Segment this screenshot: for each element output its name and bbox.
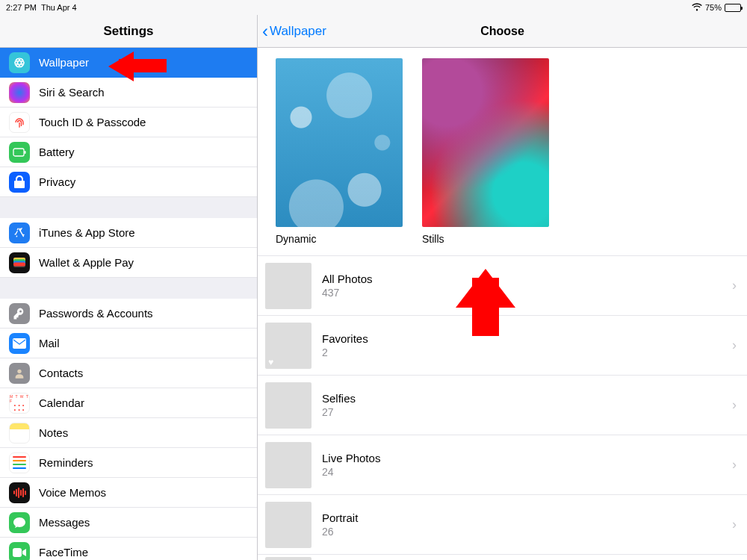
album-thumbnail — [265, 502, 311, 548]
svg-rect-4 — [13, 149, 24, 156]
album-title: Portrait — [322, 511, 732, 524]
sidebar-item-notes[interactable]: Notes — [0, 418, 257, 448]
voicememos-icon — [9, 482, 30, 503]
album-thumbnail — [265, 442, 311, 488]
album-row-selfies[interactable]: Selfies 27 › — [258, 376, 747, 435]
sidebar-item-wallpaper[interactable]: Wallpaper — [0, 48, 257, 78]
album-row-live-photos[interactable]: Live Photos 24 › — [258, 435, 747, 495]
battery-settings-icon — [9, 142, 30, 163]
sidebar-item-siri[interactable]: Siri & Search — [0, 78, 257, 108]
sidebar-item-reminders[interactable]: Reminders — [0, 448, 257, 478]
privacy-icon — [9, 172, 30, 193]
album-row-partial[interactable] — [258, 555, 747, 560]
key-icon — [9, 303, 30, 324]
touchid-icon — [9, 112, 30, 133]
battery-icon — [725, 4, 741, 12]
svg-point-12 — [17, 369, 21, 373]
sidebar-item-privacy[interactable]: Privacy — [0, 167, 257, 197]
album-thumbnail — [265, 263, 311, 309]
sidebar-item-label: Wallpaper — [39, 56, 89, 69]
siri-icon — [9, 82, 30, 103]
svg-rect-5 — [25, 151, 26, 154]
calendar-icon: M T W T F······ — [9, 393, 30, 414]
sidebar-title: Settings — [0, 15, 257, 48]
status-bar: 2:27 PM Thu Apr 4 75% — [0, 0, 747, 15]
choice-stills[interactable]: Stills — [422, 58, 549, 245]
sidebar-item-contacts[interactable]: Contacts — [0, 358, 257, 388]
stills-thumbnail — [422, 58, 549, 227]
chevron-right-icon: › — [732, 278, 737, 293]
sidebar-item-label: Notes — [39, 426, 68, 439]
sidebar-item-label: Touch ID & Passcode — [39, 116, 146, 128]
sidebar-item-label: iTunes & App Store — [39, 226, 135, 239]
sidebar-item-battery[interactable]: Battery — [0, 137, 257, 167]
chevron-right-icon: › — [732, 397, 737, 413]
sidebar-item-label: Mail — [39, 337, 60, 349]
sidebar-item-label: Contacts — [39, 367, 83, 379]
appstore-icon — [9, 223, 30, 243]
sidebar-item-label: Reminders — [39, 456, 93, 469]
album-count: 26 — [322, 526, 732, 538]
status-time: 2:27 PM — [6, 3, 37, 12]
chevron-right-icon: › — [732, 457, 737, 473]
album-count: 437 — [322, 287, 732, 299]
wallpaper-icon — [9, 52, 30, 73]
sidebar-item-messages[interactable]: Messages — [0, 508, 257, 538]
back-button[interactable]: ‹ Wallpaper — [258, 22, 326, 40]
sidebar-item-label: Passwords & Accounts — [39, 307, 153, 320]
album-title: Live Photos — [322, 452, 732, 464]
wallet-icon — [9, 252, 30, 273]
album-row-portrait[interactable]: Portrait 26 › — [258, 495, 747, 555]
album-title: Selfies — [322, 392, 732, 405]
svg-point-1 — [15, 60, 24, 64]
sidebar-item-label: Siri & Search — [39, 86, 105, 99]
choice-label: Dynamic — [276, 233, 403, 245]
main-panel: ‹ Wallpaper Choose Dynamic Stills — [258, 15, 747, 560]
main-header: ‹ Wallpaper Choose — [258, 15, 747, 48]
sidebar-item-label: Calendar — [39, 396, 84, 409]
chevron-right-icon: › — [732, 337, 737, 353]
contacts-icon — [9, 363, 30, 384]
album-count: 27 — [322, 406, 732, 418]
sidebar-item-facetime[interactable]: FaceTime — [0, 538, 257, 560]
svg-rect-13 — [13, 548, 22, 557]
sidebar-item-label: Voice Memos — [39, 486, 106, 499]
settings-sidebar: Settings Wallpaper Siri & Search Touch I… — [0, 15, 258, 560]
dynamic-thumbnail — [276, 58, 403, 227]
album-title: All Photos — [322, 273, 732, 285]
album-row-favorites[interactable]: Favorites 2 › — [258, 316, 747, 376]
choice-dynamic[interactable]: Dynamic — [276, 58, 403, 245]
sidebar-item-label: Privacy — [39, 175, 75, 188]
battery-percent: 75% — [705, 3, 722, 12]
page-title: Choose — [480, 25, 524, 38]
sidebar-item-touchid[interactable]: Touch ID & Passcode — [0, 108, 257, 137]
sidebar-item-itunes[interactable]: iTunes & App Store — [0, 218, 257, 248]
chevron-left-icon: ‹ — [262, 22, 268, 40]
wifi-icon — [692, 3, 702, 13]
sidebar-item-mail[interactable]: Mail — [0, 329, 257, 358]
album-thumbnail — [265, 382, 311, 429]
sidebar-item-passwords[interactable]: Passwords & Accounts — [0, 299, 257, 329]
mail-icon — [9, 333, 30, 354]
album-title: Favorites — [322, 332, 732, 345]
sidebar-item-label: Messages — [39, 516, 90, 529]
reminders-icon — [9, 452, 30, 473]
sidebar-item-wallet[interactable]: Wallet & Apple Pay — [0, 248, 257, 278]
album-count: 2 — [322, 346, 732, 358]
sidebar-item-label: Wallet & Apple Pay — [39, 256, 134, 269]
back-label: Wallpaper — [270, 24, 326, 39]
sidebar-item-label: FaceTime — [39, 546, 88, 559]
notes-icon — [9, 423, 30, 444]
messages-icon — [9, 512, 30, 533]
chevron-right-icon: › — [732, 517, 737, 532]
sidebar-item-label: Battery — [39, 146, 75, 158]
album-thumbnail — [265, 323, 311, 369]
status-date: Thu Apr 4 — [41, 3, 77, 12]
sidebar-item-voicememos[interactable]: Voice Memos — [0, 478, 257, 508]
album-row-all-photos[interactable]: All Photos 437 › — [258, 256, 747, 316]
svg-rect-10 — [13, 262, 25, 266]
facetime-icon — [9, 542, 30, 561]
album-count: 24 — [322, 466, 732, 478]
sidebar-item-calendar[interactable]: M T W T F······ Calendar — [0, 388, 257, 418]
album-thumbnail — [265, 557, 311, 561]
